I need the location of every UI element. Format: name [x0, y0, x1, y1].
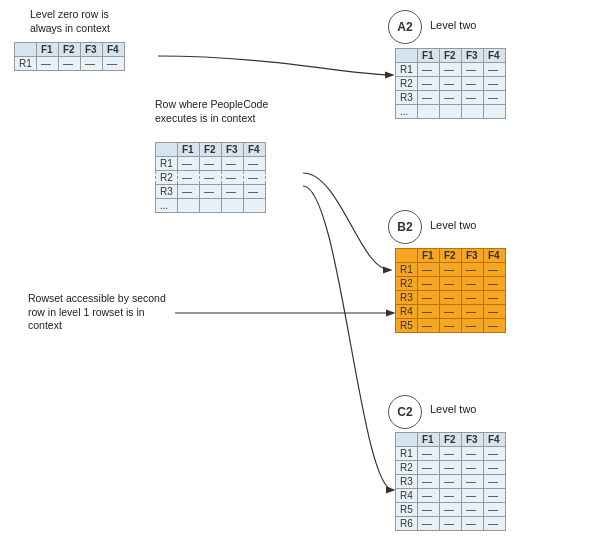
level-two-c-label: Level two: [430, 402, 476, 416]
table-b: F1 F2 F3 F4 R1———— R2———— R3———— R4———— …: [395, 248, 506, 333]
level1-table: F1 F2 F3 F4 R1 — — — — R2 — — — — R3 — —…: [155, 142, 266, 213]
peoplecode-label: Row where PeopleCodeexecutes is in conte…: [155, 98, 285, 125]
diagram: Level zero row isalways in context F1 F2…: [0, 0, 603, 543]
arrows-overlay: [0, 0, 603, 543]
level0-table: F1 F2 F3 F4 R1 — — — —: [14, 42, 125, 71]
table-a: F1 F2 F3 F4 R1———— R2———— R3———— ...: [395, 48, 506, 119]
circle-a2: A2: [388, 10, 422, 44]
level-two-a-label: Level two: [430, 18, 476, 32]
circle-c2: C2: [388, 395, 422, 429]
level-two-b-label: Level two: [430, 218, 476, 232]
rowset-label: Rowset accessible by secondrow in level …: [28, 292, 173, 333]
circle-b2: B2: [388, 210, 422, 244]
table-c: F1 F2 F3 F4 R1———— R2———— R3———— R4———— …: [395, 432, 506, 531]
level-zero-label: Level zero row isalways in context: [30, 8, 160, 35]
